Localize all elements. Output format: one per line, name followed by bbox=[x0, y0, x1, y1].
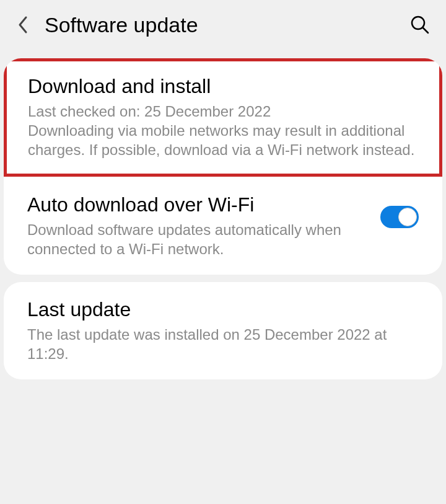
last-update-item[interactable]: Last update The last update was installe… bbox=[4, 282, 442, 379]
page-title: Software update bbox=[45, 13, 409, 37]
download-install-item[interactable]: Download and install Last checked on: 25… bbox=[4, 58, 442, 177]
svg-point-0 bbox=[412, 17, 424, 29]
auto-download-toggle[interactable] bbox=[380, 206, 419, 228]
header: Software update bbox=[0, 0, 446, 50]
last-update-desc: The last update was installed on 25 Dece… bbox=[27, 325, 419, 363]
settings-card-1: Download and install Last checked on: 25… bbox=[4, 58, 442, 275]
auto-download-title: Auto download over Wi-Fi bbox=[27, 193, 370, 216]
last-update-title: Last update bbox=[27, 298, 419, 321]
auto-download-desc: Download software updates automatically … bbox=[27, 220, 370, 259]
search-icon[interactable] bbox=[409, 14, 431, 36]
back-icon[interactable] bbox=[15, 17, 31, 33]
settings-card-2: Last update The last update was installe… bbox=[4, 282, 442, 379]
auto-download-item[interactable]: Auto download over Wi-Fi Download softwa… bbox=[4, 177, 442, 275]
toggle-knob bbox=[398, 208, 417, 226]
download-install-last-checked: Last checked on: 25 December 2022 bbox=[28, 102, 418, 121]
download-install-title: Download and install bbox=[28, 75, 418, 98]
download-install-warning: Downloading via mobile networks may resu… bbox=[28, 121, 418, 159]
